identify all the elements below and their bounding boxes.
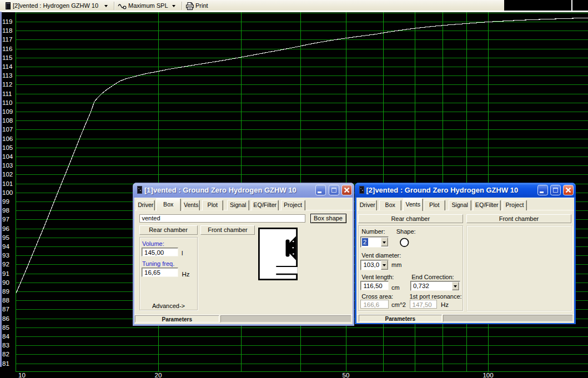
svg-text:105: 105 [2,144,13,151]
svg-text:20: 20 [155,372,162,378]
svg-text:101: 101 [2,180,13,187]
svg-text:111: 111 [2,90,12,97]
svg-text:81: 81 [2,360,9,367]
svg-text:117: 117 [2,36,12,43]
svg-text:10: 10 [18,372,26,378]
svg-text:94: 94 [2,243,9,250]
svg-text:114: 114 [2,63,13,70]
svg-text:85: 85 [2,324,9,331]
svg-text:93: 93 [2,252,9,259]
svg-text:100: 100 [2,189,13,196]
svg-text:110: 110 [2,99,12,106]
svg-text:82: 82 [2,351,9,357]
svg-text:91: 91 [2,270,9,277]
svg-text:112: 112 [2,81,12,88]
svg-text:89: 89 [2,288,9,295]
svg-text:113: 113 [2,72,12,79]
svg-text:118: 118 [2,27,12,34]
svg-text:107: 107 [2,126,13,133]
svg-text:98: 98 [2,207,9,214]
svg-text:96: 96 [2,225,9,232]
svg-text:100: 100 [483,372,493,378]
svg-text:83: 83 [2,342,9,349]
svg-text:50: 50 [343,372,350,378]
svg-text:88: 88 [2,297,9,304]
svg-text:103: 103 [2,162,13,169]
svg-text:106: 106 [2,135,13,142]
svg-text:90: 90 [2,279,9,286]
svg-text:109: 109 [2,108,13,115]
svg-text:99: 99 [2,198,9,205]
svg-text:84: 84 [2,333,9,340]
svg-text:95: 95 [2,234,9,241]
svg-text:97: 97 [2,216,9,223]
svg-text:104: 104 [2,153,13,160]
svg-text:86: 86 [2,315,9,322]
svg-text:108: 108 [2,117,13,124]
svg-text:116: 116 [2,46,12,52]
svg-text:87: 87 [2,306,9,313]
svg-text:102: 102 [2,171,13,178]
svg-text:115: 115 [2,54,12,61]
svg-text:92: 92 [2,261,9,268]
svg-text:119: 119 [2,18,12,25]
